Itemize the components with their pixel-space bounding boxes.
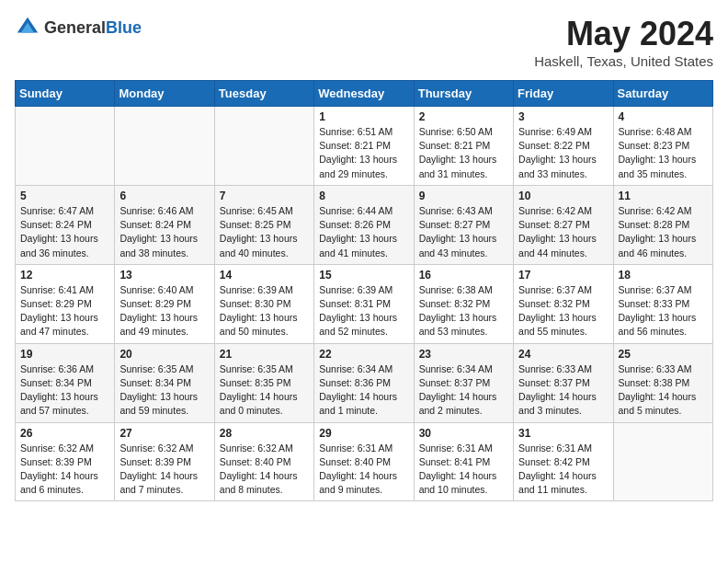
header-row: Sunday Monday Tuesday Wednesday Thursday… (16, 81, 713, 107)
calendar-week-1: 1Sunrise: 6:51 AM Sunset: 8:21 PM Daylig… (16, 107, 713, 186)
day-number: 9 (419, 190, 508, 202)
calendar-cell: 27Sunrise: 6:32 AM Sunset: 8:39 PM Dayli… (115, 422, 214, 501)
day-number: 22 (319, 348, 408, 361)
day-number: 20 (119, 348, 209, 361)
day-number: 21 (220, 348, 309, 361)
logo-icon (15, 15, 40, 40)
day-info: Sunrise: 6:34 AM Sunset: 8:36 PM Dayligh… (319, 362, 408, 419)
calendar-cell: 20Sunrise: 6:35 AM Sunset: 8:34 PM Dayli… (115, 343, 214, 422)
day-number: 25 (619, 348, 708, 361)
header-sunday: Sunday (16, 81, 115, 107)
calendar-cell: 14Sunrise: 6:39 AM Sunset: 8:30 PM Dayli… (214, 264, 313, 343)
calendar-cell: 12Sunrise: 6:41 AM Sunset: 8:29 PM Dayli… (16, 264, 115, 343)
day-number: 28 (220, 427, 309, 440)
day-info: Sunrise: 6:42 AM Sunset: 8:28 PM Dayligh… (619, 204, 708, 260)
day-number: 18 (619, 269, 708, 282)
day-info: Sunrise: 6:40 AM Sunset: 8:29 PM Dayligh… (119, 283, 209, 339)
calendar-cell: 10Sunrise: 6:42 AM Sunset: 8:27 PM Dayli… (514, 185, 613, 264)
day-number: 26 (20, 427, 109, 440)
calendar-cell (613, 422, 712, 501)
day-info: Sunrise: 6:35 AM Sunset: 8:34 PM Dayligh… (119, 362, 209, 419)
logo: General Blue (15, 15, 142, 40)
day-number: 13 (119, 269, 209, 282)
day-info: Sunrise: 6:45 AM Sunset: 8:25 PM Dayligh… (220, 204, 309, 260)
calendar-cell: 7Sunrise: 6:45 AM Sunset: 8:25 PM Daylig… (214, 185, 313, 264)
day-number: 27 (119, 427, 209, 440)
calendar-cell (214, 107, 313, 186)
logo-general: General (44, 18, 106, 38)
day-number: 19 (20, 348, 109, 361)
day-info: Sunrise: 6:32 AM Sunset: 8:39 PM Dayligh… (20, 442, 109, 498)
header-tuesday: Tuesday (214, 81, 313, 107)
calendar-cell: 25Sunrise: 6:33 AM Sunset: 8:38 PM Dayli… (613, 343, 712, 422)
day-info: Sunrise: 6:38 AM Sunset: 8:32 PM Dayligh… (419, 283, 508, 339)
calendar-cell: 29Sunrise: 6:31 AM Sunset: 8:40 PM Dayli… (314, 422, 414, 501)
day-info: Sunrise: 6:33 AM Sunset: 8:37 PM Dayligh… (518, 362, 608, 419)
day-number: 16 (419, 269, 508, 282)
logo-blue: Blue (106, 18, 142, 38)
day-info: Sunrise: 6:37 AM Sunset: 8:33 PM Dayligh… (619, 283, 708, 339)
header-monday: Monday (115, 81, 214, 107)
calendar-cell: 5Sunrise: 6:47 AM Sunset: 8:24 PM Daylig… (16, 185, 115, 264)
day-number: 2 (419, 110, 508, 123)
day-number: 17 (518, 269, 608, 282)
header-thursday: Thursday (414, 81, 513, 107)
title-block: May 2024 Haskell, Texas, United States (534, 15, 713, 69)
calendar-cell: 28Sunrise: 6:32 AM Sunset: 8:40 PM Dayli… (214, 422, 313, 501)
calendar-cell: 26Sunrise: 6:32 AM Sunset: 8:39 PM Dayli… (16, 422, 115, 501)
calendar-cell: 6Sunrise: 6:46 AM Sunset: 8:24 PM Daylig… (115, 185, 214, 264)
day-number: 1 (319, 110, 408, 123)
calendar-cell: 2Sunrise: 6:50 AM Sunset: 8:21 PM Daylig… (414, 107, 513, 186)
day-info: Sunrise: 6:36 AM Sunset: 8:34 PM Dayligh… (20, 362, 109, 419)
day-info: Sunrise: 6:39 AM Sunset: 8:31 PM Dayligh… (319, 283, 408, 339)
calendar-week-4: 19Sunrise: 6:36 AM Sunset: 8:34 PM Dayli… (16, 343, 713, 422)
calendar-week-5: 26Sunrise: 6:32 AM Sunset: 8:39 PM Dayli… (16, 422, 713, 501)
header-wednesday: Wednesday (314, 81, 414, 107)
day-info: Sunrise: 6:48 AM Sunset: 8:23 PM Dayligh… (619, 125, 708, 181)
calendar-cell: 13Sunrise: 6:40 AM Sunset: 8:29 PM Dayli… (115, 264, 214, 343)
day-number: 3 (518, 110, 608, 123)
day-info: Sunrise: 6:33 AM Sunset: 8:38 PM Dayligh… (619, 362, 708, 419)
day-info: Sunrise: 6:39 AM Sunset: 8:30 PM Dayligh… (220, 283, 309, 339)
day-number: 31 (518, 427, 608, 440)
calendar-cell: 23Sunrise: 6:34 AM Sunset: 8:37 PM Dayli… (414, 343, 513, 422)
calendar-cell: 8Sunrise: 6:44 AM Sunset: 8:26 PM Daylig… (314, 185, 414, 264)
calendar-cell: 19Sunrise: 6:36 AM Sunset: 8:34 PM Dayli… (16, 343, 115, 422)
day-info: Sunrise: 6:43 AM Sunset: 8:27 PM Dayligh… (419, 204, 508, 260)
calendar-cell: 24Sunrise: 6:33 AM Sunset: 8:37 PM Dayli… (514, 343, 613, 422)
day-info: Sunrise: 6:44 AM Sunset: 8:26 PM Dayligh… (319, 204, 408, 260)
calendar-cell: 11Sunrise: 6:42 AM Sunset: 8:28 PM Dayli… (613, 185, 712, 264)
day-number: 15 (319, 269, 408, 282)
day-number: 29 (319, 427, 408, 440)
day-info: Sunrise: 6:41 AM Sunset: 8:29 PM Dayligh… (20, 283, 109, 339)
calendar-cell: 22Sunrise: 6:34 AM Sunset: 8:36 PM Dayli… (314, 343, 414, 422)
day-info: Sunrise: 6:42 AM Sunset: 8:27 PM Dayligh… (518, 204, 608, 260)
day-number: 8 (319, 190, 408, 202)
calendar-cell: 3Sunrise: 6:49 AM Sunset: 8:22 PM Daylig… (514, 107, 613, 186)
day-number: 30 (419, 427, 508, 440)
day-number: 10 (518, 190, 608, 202)
day-info: Sunrise: 6:51 AM Sunset: 8:21 PM Dayligh… (319, 125, 408, 181)
calendar-week-3: 12Sunrise: 6:41 AM Sunset: 8:29 PM Dayli… (16, 264, 713, 343)
day-info: Sunrise: 6:50 AM Sunset: 8:21 PM Dayligh… (419, 125, 508, 181)
calendar-cell: 16Sunrise: 6:38 AM Sunset: 8:32 PM Dayli… (414, 264, 513, 343)
day-info: Sunrise: 6:47 AM Sunset: 8:24 PM Dayligh… (20, 204, 109, 260)
day-info: Sunrise: 6:32 AM Sunset: 8:39 PM Dayligh… (119, 442, 209, 498)
day-number: 12 (20, 269, 109, 282)
calendar-cell: 18Sunrise: 6:37 AM Sunset: 8:33 PM Dayli… (613, 264, 712, 343)
calendar-cell: 4Sunrise: 6:48 AM Sunset: 8:23 PM Daylig… (613, 107, 712, 186)
day-info: Sunrise: 6:34 AM Sunset: 8:37 PM Dayligh… (419, 362, 508, 419)
day-number: 6 (119, 190, 209, 202)
calendar-cell (16, 107, 115, 186)
day-info: Sunrise: 6:31 AM Sunset: 8:42 PM Dayligh… (518, 442, 608, 498)
day-info: Sunrise: 6:46 AM Sunset: 8:24 PM Dayligh… (119, 204, 209, 260)
calendar-cell: 17Sunrise: 6:37 AM Sunset: 8:32 PM Dayli… (514, 264, 613, 343)
day-info: Sunrise: 6:37 AM Sunset: 8:32 PM Dayligh… (518, 283, 608, 339)
header-saturday: Saturday (613, 81, 712, 107)
calendar-location: Haskell, Texas, United States (534, 53, 713, 69)
day-info: Sunrise: 6:32 AM Sunset: 8:40 PM Dayligh… (220, 442, 309, 498)
calendar-cell (115, 107, 214, 186)
day-info: Sunrise: 6:31 AM Sunset: 8:40 PM Dayligh… (319, 442, 408, 498)
calendar-cell: 15Sunrise: 6:39 AM Sunset: 8:31 PM Dayli… (314, 264, 414, 343)
calendar-cell: 9Sunrise: 6:43 AM Sunset: 8:27 PM Daylig… (414, 185, 513, 264)
